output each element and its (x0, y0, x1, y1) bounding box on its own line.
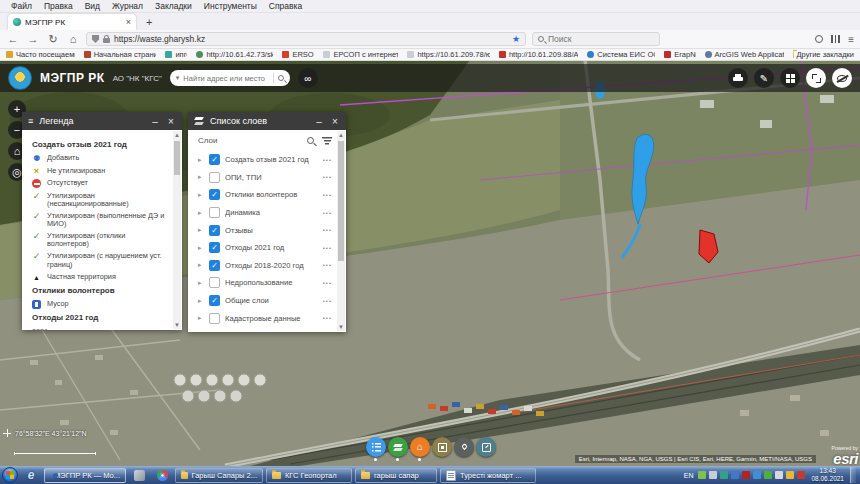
tray-icon[interactable] (731, 471, 739, 479)
close-icon[interactable]: × (166, 116, 176, 127)
chevron-right-icon[interactable]: ▸ (198, 297, 204, 305)
scrollbar-thumb[interactable] (338, 141, 344, 261)
layer-panel-header[interactable]: Список слоев – × (188, 112, 346, 130)
tab-close-icon[interactable]: × (126, 17, 131, 27)
bookmark-url-42-73[interactable]: http://10.61.42.73/sky... (196, 50, 273, 59)
hide-ui-button[interactable] (832, 68, 852, 88)
taskbar-folder-2[interactable]: КГС Геопортал (266, 468, 352, 483)
bookmark-ipgo[interactable]: ипго (165, 50, 187, 59)
chevron-right-icon[interactable]: ▸ (198, 279, 204, 287)
minimize-icon[interactable]: – (150, 116, 160, 127)
chevron-right-icon[interactable]: ▸ (198, 226, 204, 234)
chevron-right-icon[interactable]: ▸ (198, 173, 204, 181)
tray-icon[interactable] (786, 471, 794, 479)
home-icon[interactable]: ⌂ (66, 34, 80, 45)
scrollbar[interactable]: ▲ ▼ (337, 131, 345, 331)
show-desktop-button[interactable] (850, 467, 856, 483)
layer-row[interactable]: ▸✓Отзывы••• (198, 221, 332, 239)
tray-icon[interactable] (775, 471, 783, 479)
taskbar-clock[interactable]: 13:43 08.06.2021 (808, 467, 847, 483)
url-bar[interactable]: ★ (86, 32, 526, 46)
menu-bookmarks[interactable]: Закладки (150, 1, 197, 11)
bookmark-homepage[interactable]: Начальная страница (84, 50, 157, 59)
bookmark-url-209-78[interactable]: https://10.61.209.78/юз... (407, 50, 490, 59)
back-icon[interactable]: ← (6, 34, 20, 45)
layer-options-icon[interactable]: ••• (323, 245, 332, 251)
menu-tools[interactable]: Инструменты (199, 1, 262, 11)
geo-search-input[interactable] (183, 74, 268, 83)
layer-checkbox[interactable]: ✓ (209, 154, 220, 165)
chevron-right-icon[interactable]: ▸ (198, 209, 204, 217)
layer-row[interactable]: ▸Динамика••• (198, 204, 332, 222)
taskbar-folder-3[interactable]: гарыш сапар (355, 468, 437, 483)
tray-icon[interactable] (764, 471, 772, 479)
layers-dock-button[interactable] (388, 437, 408, 457)
layer-options-icon[interactable]: ••• (323, 298, 332, 304)
layer-row[interactable]: ▸✓Отходы 2021 год••• (198, 239, 332, 257)
legend-dock-button[interactable] (366, 437, 386, 457)
apps-button[interactable] (780, 68, 800, 88)
menu-history[interactable]: Журнал (107, 1, 148, 11)
tray-icon[interactable] (753, 471, 761, 479)
browser-search-input[interactable] (548, 34, 659, 44)
layer-row[interactable]: ▸✓Общие слои••• (198, 292, 332, 310)
chevron-down-icon[interactable]: ▾ (176, 74, 180, 82)
reload-icon[interactable]: ↻ (46, 34, 60, 45)
bookmark-url-209-88[interactable]: http://10.61.209.88/Ad... (499, 50, 578, 59)
print-button[interactable] (728, 68, 748, 88)
layer-checkbox[interactable] (209, 313, 220, 324)
tray-icon[interactable] (797, 471, 805, 479)
shield-icon[interactable] (92, 35, 99, 43)
layer-checkbox[interactable] (209, 172, 220, 183)
bookmark-ersop[interactable]: ERSOP (282, 50, 314, 59)
layer-options-icon[interactable]: ••• (323, 280, 332, 286)
layer-options-icon[interactable]: ••• (323, 227, 332, 233)
library-icon[interactable] (831, 35, 840, 43)
layer-options-icon[interactable]: ••• (323, 210, 332, 216)
scroll-down-icon[interactable]: ▼ (337, 323, 345, 331)
chevron-right-icon[interactable]: ▸ (198, 314, 204, 322)
taskbar-folder-1[interactable]: Гарыш Сапары 2... (175, 468, 263, 483)
taskbar-firefox-active[interactable]: МЭГПР РК — Mo... (44, 468, 126, 483)
draw-dock-button[interactable] (454, 437, 474, 457)
scrollbar[interactable]: ▲ ▼ (173, 131, 181, 329)
search-icon[interactable] (278, 75, 284, 81)
tray-icon[interactable] (709, 471, 717, 479)
layer-checkbox[interactable]: ✓ (209, 260, 220, 271)
bookmark-arcgis[interactable]: ArcGIS Web Application (705, 50, 784, 59)
overview-dock-button[interactable] (432, 437, 452, 457)
scrollbar-thumb[interactable] (174, 141, 180, 175)
account-icon[interactable] (815, 35, 823, 43)
edit-button[interactable]: ✎ (754, 68, 774, 88)
minimize-icon[interactable]: – (314, 116, 324, 127)
ie-quicklaunch-button[interactable]: e (21, 468, 41, 483)
app-quicklaunch-button[interactable] (129, 468, 149, 483)
layer-checkbox[interactable]: ✓ (209, 189, 220, 200)
layer-row[interactable]: ▸Недропользование••• (198, 274, 332, 292)
menu-edit[interactable]: Правка (39, 1, 78, 11)
go-button[interactable]: ∞ (298, 68, 318, 88)
layer-options-icon[interactable]: ••• (323, 174, 332, 180)
layer-checkbox[interactable] (209, 207, 220, 218)
scroll-down-icon[interactable]: ▼ (173, 321, 181, 329)
taskbar-wordpad[interactable]: Туресті жомарт ... (440, 468, 536, 483)
bookmark-ersop-internet[interactable]: ЕРСОП с интернетом (323, 50, 398, 59)
language-indicator[interactable]: EN (682, 472, 696, 479)
bookmark-frequent[interactable]: Часто посещаемые (6, 50, 75, 59)
tray-icon[interactable] (742, 471, 750, 479)
other-bookmarks[interactable]: Другие закладки (793, 50, 854, 59)
layer-row[interactable]: ▸✓Создать отзыв 2021 год••• (198, 151, 332, 169)
app-menu-icon[interactable]: ≡ (848, 34, 854, 45)
layer-row[interactable]: ▸Кадастровые данные••• (198, 309, 332, 327)
layer-filter-icon[interactable] (322, 137, 332, 145)
chevron-right-icon[interactable]: ▸ (198, 261, 204, 269)
bookmark-star-icon[interactable]: ★ (512, 34, 520, 44)
tray-icon[interactable] (720, 471, 728, 479)
scroll-up-icon[interactable]: ▲ (337, 131, 345, 139)
lock-icon[interactable] (103, 38, 110, 43)
chrome-quicklaunch-button[interactable] (152, 468, 172, 483)
fullscreen-button[interactable] (806, 68, 826, 88)
geo-search-box[interactable]: ▾ (170, 70, 290, 86)
menu-file[interactable]: Файл (6, 1, 37, 11)
browser-tab-active[interactable]: МЭГПР РК × (8, 14, 136, 30)
